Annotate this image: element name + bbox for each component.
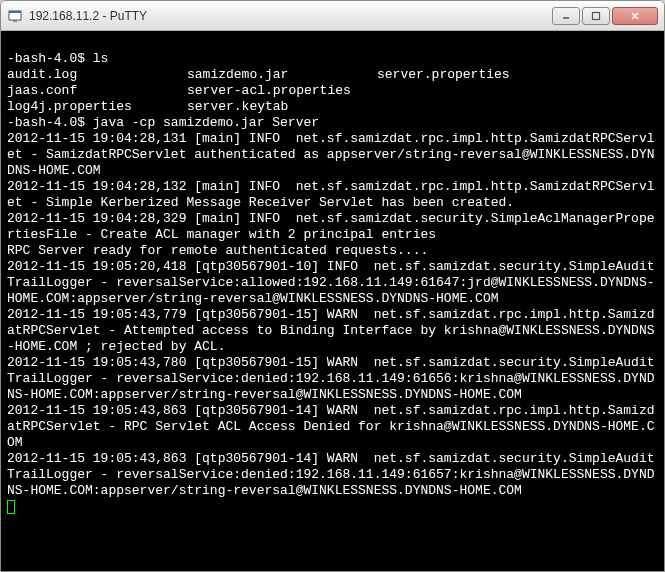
window-controls: [552, 7, 658, 25]
file-name: log4j.properties: [7, 99, 187, 115]
file-name: [377, 83, 658, 99]
log-output: 2012-11-15 19:04:28,131 [main] INFO net.…: [7, 131, 658, 499]
file-name: audit.log: [7, 67, 187, 83]
file-name: server.keytab: [187, 99, 377, 115]
terminal-cursor: [7, 500, 15, 514]
ls-output: audit.logsamizdemo.jarserver.propertiesj…: [7, 67, 658, 115]
prompt-line: -bash-4.0$ java -cp samizdemo.jar Server: [7, 115, 658, 131]
minimize-button[interactable]: [552, 7, 580, 25]
svg-rect-1: [9, 11, 21, 13]
file-name: server.properties: [377, 67, 658, 83]
svg-rect-4: [593, 12, 600, 19]
file-name: samizdemo.jar: [187, 67, 377, 83]
terminal-output[interactable]: -bash-4.0$ lsaudit.logsamizdemo.jarserve…: [1, 31, 664, 571]
maximize-button[interactable]: [582, 7, 610, 25]
putty-window: 192.168.11.2 - PuTTY -bash-4.0$ lsaudit.…: [0, 0, 665, 572]
svg-rect-2: [13, 20, 17, 22]
prompt-line: -bash-4.0$ ls: [7, 51, 658, 67]
window-title: 192.168.11.2 - PuTTY: [29, 9, 552, 23]
file-name: server-acl.properties: [187, 83, 377, 99]
putty-icon: [7, 8, 23, 24]
close-button[interactable]: [612, 7, 658, 25]
file-name: [377, 99, 658, 115]
titlebar[interactable]: 192.168.11.2 - PuTTY: [1, 1, 664, 31]
file-name: jaas.conf: [7, 83, 187, 99]
